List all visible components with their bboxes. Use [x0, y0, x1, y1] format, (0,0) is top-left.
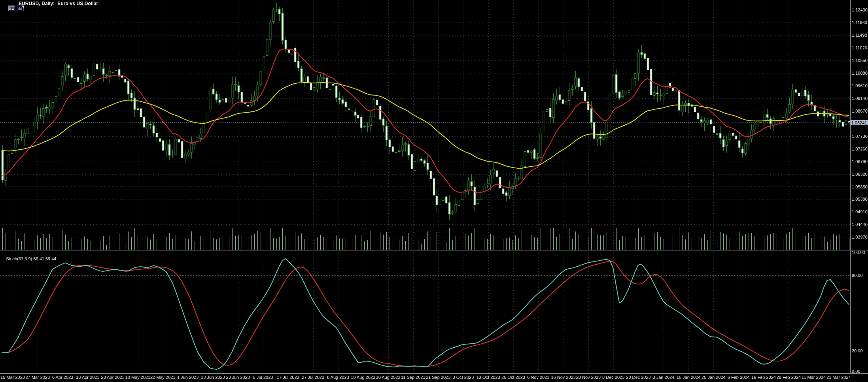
stoch-scale-label: 100.00: [852, 250, 865, 255]
date-label: 3 Oct 2023: [452, 375, 474, 380]
stoch-scale-label: 0.00: [852, 369, 860, 374]
indicator-signal-value: 59.44: [45, 256, 57, 261]
chart-window: EURUSD, Daily: Euro vs US Dollar Stoch(3…: [0, 0, 868, 382]
date-label: 13 Oct 2023: [477, 375, 500, 380]
date-label: 21 Sep 2023: [426, 375, 450, 380]
date-label: 8 Aug 2023: [327, 375, 349, 380]
date-label: 5 Jul 2023: [253, 375, 273, 380]
date-label: 8 Dec 2023: [602, 375, 624, 380]
date-label: 22 May 2023: [150, 375, 176, 380]
stochastic-indicator-label: Stoch(37,3,9) 56.41 59.44: [1, 252, 56, 266]
market-watch-icon[interactable]: [1, 1, 8, 6]
chart-title-bar: EURUSD, Daily: Euro vs US Dollar: [1, 1, 98, 6]
date-label: 30 Aug 2023: [376, 375, 401, 380]
date-label: 27 Mar 2023: [25, 375, 50, 380]
date-label: 28 Feb 2024: [776, 375, 801, 380]
stoch-scale-label: 80.00: [852, 273, 863, 278]
date-label: 10 May 2023: [125, 375, 151, 380]
date-label: 11 Mar 2024: [802, 375, 826, 380]
price-chart-canvas[interactable]: [0, 0, 868, 382]
stoch-scale-label: 20.00: [852, 348, 863, 353]
date-label: 16 Feb 2024: [751, 375, 776, 380]
date-label: 18 Apr 2023: [76, 375, 99, 380]
current-price-tag: 1.08241: [850, 120, 868, 125]
date-label: 6 Feb 2024: [728, 375, 750, 380]
date-label: 13 Jun 2023: [201, 375, 225, 380]
time-axis[interactable]: 15 Mar 202327 Mar 20236 Apr 202318 Apr 2…: [0, 374, 850, 382]
date-label: 1 Jun 2023: [177, 375, 199, 380]
date-label: 15 Mar 2023: [0, 375, 25, 380]
date-label: 17 Jul 2023: [277, 375, 299, 380]
chart-icon[interactable]: [10, 1, 17, 6]
date-label: 15 Jan 2024: [677, 375, 701, 380]
date-label: 25 Oct 2023: [501, 375, 525, 380]
date-label: 11 Sep 2023: [401, 375, 425, 380]
date-label: 6 Apr 2023: [52, 375, 73, 380]
stoch-axis[interactable]: 100.0080.0020.000.00: [851, 0, 868, 382]
date-label: 3 Jan 2024: [653, 375, 674, 380]
indicator-name: Stoch(37,3,9): [6, 256, 32, 261]
date-label: 6 Nov 2023: [527, 375, 549, 380]
date-label: 18 Aug 2023: [351, 375, 375, 380]
date-label: 20 Dec 2023: [626, 375, 651, 380]
date-label: 23 Jun 2023: [226, 375, 250, 380]
date-label: 25 Jan 2024: [702, 375, 726, 380]
date-label: 27 Jul 2023: [302, 375, 324, 380]
date-label: 28 Apr 2023: [101, 375, 125, 380]
date-label: 28 Nov 2023: [576, 375, 601, 380]
date-label: 21 Mar 2024: [826, 375, 850, 380]
chart-title: EURUSD, Daily: Euro vs US Dollar: [19, 1, 98, 6]
indicator-main-value: 56.41: [33, 256, 44, 261]
date-label: 16 Nov 2023: [551, 375, 575, 380]
